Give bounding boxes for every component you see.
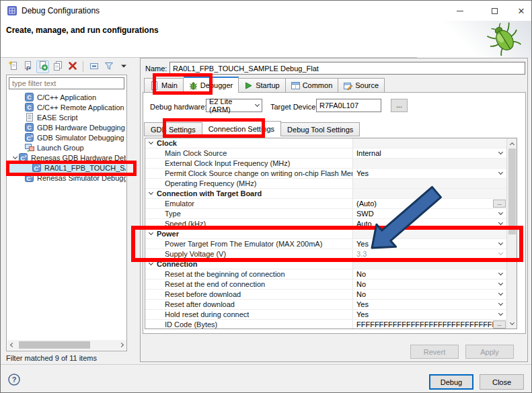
maximize-button[interactable] <box>480 1 510 21</box>
dropdown-chevron-icon[interactable] <box>498 220 503 225</box>
setting-value-cell[interactable]: Internal <box>352 148 507 158</box>
tree-item[interactable]: CC/C++ Remote Application <box>7 102 126 112</box>
tree-item[interactable]: EASE Script <box>7 112 126 122</box>
section-expander-icon[interactable] <box>149 190 153 195</box>
section-expander-icon[interactable] <box>149 230 153 235</box>
setting-value-cell[interactable] <box>352 159 507 168</box>
section-expander-icon[interactable] <box>149 140 153 144</box>
setting-value-cell[interactable]: Auto <box>352 219 507 228</box>
settings-row[interactable]: Hold reset during connectYes <box>145 310 507 320</box>
settings-row[interactable]: ID Code (Bytes)FFFFFFFFFFFFFFFFFFFFFFFFF… <box>145 320 507 329</box>
setting-value-cell[interactable]: Yes <box>352 300 507 309</box>
settings-row[interactable]: Reset at the beginning of connectionNo <box>145 269 507 279</box>
setting-value-cell[interactable]: FFFFFFFFFFFFFFFFFFFFFFFFFFFFFFFF... <box>352 320 507 329</box>
new-launch-configuration-button[interactable] <box>7 60 20 73</box>
dropdown-chevron-icon[interactable] <box>498 311 503 316</box>
dropdown-chevron-icon[interactable] <box>498 291 503 296</box>
tree-item[interactable]: CGDB Hardware Debugging <box>7 122 126 132</box>
filter-input[interactable] <box>9 77 124 89</box>
minimize-button[interactable] <box>445 1 475 21</box>
export-launch-configuration-button[interactable] <box>36 60 49 73</box>
setting-value-cell[interactable]: Yes <box>352 239 507 249</box>
settings-row[interactable]: Permit Clock Source change on writing on… <box>145 169 507 179</box>
settings-row[interactable]: Main Clock SourceInternal <box>145 148 507 159</box>
tab-common[interactable]: Common <box>286 78 339 93</box>
tree-expander-icon[interactable] <box>11 157 19 159</box>
settings-row[interactable]: Emulator(Auto)... <box>145 199 507 209</box>
browse-button[interactable]: ... <box>493 200 506 208</box>
debug-button[interactable]: Debug <box>429 374 473 390</box>
dropdown-chevron-icon[interactable] <box>498 241 503 245</box>
settings-row[interactable]: Connection with Target Board <box>145 189 507 199</box>
dropdown-chevron-icon[interactable] <box>498 281 503 286</box>
subtab-debug-tool-settings[interactable]: Debug Tool Settings <box>281 122 360 136</box>
setting-value-cell[interactable] <box>352 179 507 188</box>
target-device-browse-button[interactable]: ... <box>391 99 408 112</box>
settings-row[interactable]: Reset after downloadYes <box>145 300 507 310</box>
menu-dropdown-button[interactable] <box>117 60 130 73</box>
settings-row[interactable]: Reset before downloadNo <box>145 290 507 300</box>
dropdown-chevron-icon[interactable] <box>498 271 503 275</box>
dropdown-chevron-icon[interactable] <box>498 210 503 215</box>
settings-row[interactable]: TypeSWD <box>145 209 507 219</box>
dropdown-chevron-icon[interactable] <box>498 251 503 255</box>
setting-value-cell[interactable]: Yes <box>352 169 507 178</box>
horizontal-scrollbar-thumb[interactable] <box>19 341 90 349</box>
tree-item[interactable]: CxRenesas Simulator Debugging ( <box>7 173 126 183</box>
setting-value-cell[interactable]: SWD <box>352 209 507 218</box>
setting-value-cell[interactable]: 3.3 <box>352 249 507 259</box>
tree-item-label: C/C++ Application <box>37 93 96 101</box>
collapse-all-button[interactable] <box>87 60 100 73</box>
scroll-up-icon[interactable] <box>507 138 517 148</box>
settings-row[interactable]: Power <box>145 229 507 239</box>
close-window-button[interactable]: ✕ <box>510 1 532 21</box>
scroll-down-icon[interactable] <box>507 318 517 329</box>
tree-item[interactable]: CC/C++ Application <box>7 92 126 102</box>
help-button[interactable]: ? <box>7 373 21 386</box>
filter-button[interactable] <box>102 60 115 73</box>
close-button[interactable]: Close <box>480 374 524 390</box>
dropdown-chevron-icon[interactable] <box>498 301 503 306</box>
vertical-scrollbar[interactable] <box>506 138 517 329</box>
tab-main[interactable]: Main <box>144 78 184 93</box>
tree-item[interactable]: CxRenesas GDB Hardware Debugg <box>7 152 126 163</box>
subtab-connection-settings[interactable]: Connection Settings <box>202 121 281 136</box>
new-prototype-button[interactable]: P <box>22 60 34 73</box>
tree-item[interactable]: Launch Group <box>7 142 126 152</box>
revert-button[interactable]: Revert <box>410 345 459 359</box>
settings-row[interactable]: Power Target From The Emulator (MAX 200m… <box>145 239 507 249</box>
settings-row[interactable]: Connection <box>145 259 507 269</box>
settings-row[interactable]: External Clock Input Frequency (MHz) <box>145 159 507 169</box>
scroll-left-icon[interactable] <box>7 340 17 350</box>
scroll-right-icon[interactable] <box>116 340 126 350</box>
target-device-input[interactable] <box>316 99 381 112</box>
setting-value-cell[interactable]: No <box>352 279 507 289</box>
duplicate-button[interactable] <box>51 60 64 73</box>
setting-value-cell[interactable]: Yes <box>352 310 507 319</box>
dropdown-chevron-icon[interactable] <box>498 170 503 175</box>
tab-debugger[interactable]: Debugger <box>184 77 239 93</box>
settings-row[interactable]: Clock <box>145 138 507 148</box>
horizontal-scrollbar[interactable] <box>7 340 126 350</box>
delete-button[interactable] <box>66 60 79 73</box>
settings-row[interactable]: Speed (kHz)Auto <box>145 219 507 229</box>
setting-value-cell[interactable]: (Auto)... <box>352 199 507 208</box>
name-input[interactable] <box>169 62 525 75</box>
settings-row[interactable]: Reset at the end of connectionNo <box>145 279 507 290</box>
settings-row[interactable]: Supply Voltage (V)3.3 <box>145 249 507 259</box>
setting-value-cell[interactable]: No <box>352 290 507 299</box>
dropdown-chevron-icon[interactable] <box>498 150 503 155</box>
settings-row[interactable]: Operating Frequency (MHz) <box>145 179 507 189</box>
tree-item[interactable]: CxRA0L1_FPB_TOUCH_SAMPLE <box>7 163 126 173</box>
tree-item[interactable]: CxGDB Simulator Debugging (RH8 <box>7 132 126 142</box>
section-expander-icon[interactable] <box>149 261 153 265</box>
tab-source[interactable]: Source <box>338 78 385 93</box>
setting-value-cell[interactable]: No <box>352 269 507 279</box>
tab-startup[interactable]: Startup <box>239 78 285 93</box>
title-bar[interactable]: Debug Configurations ✕ <box>1 1 531 21</box>
debug-hardware-select[interactable]: E2 Lite (ARM) <box>206 99 262 112</box>
subtab-gdb-settings[interactable]: GDB Settings <box>144 122 202 136</box>
apply-button[interactable]: Apply <box>465 345 514 359</box>
vertical-scrollbar-thumb[interactable] <box>508 148 516 234</box>
browse-button[interactable]: ... <box>493 320 506 329</box>
